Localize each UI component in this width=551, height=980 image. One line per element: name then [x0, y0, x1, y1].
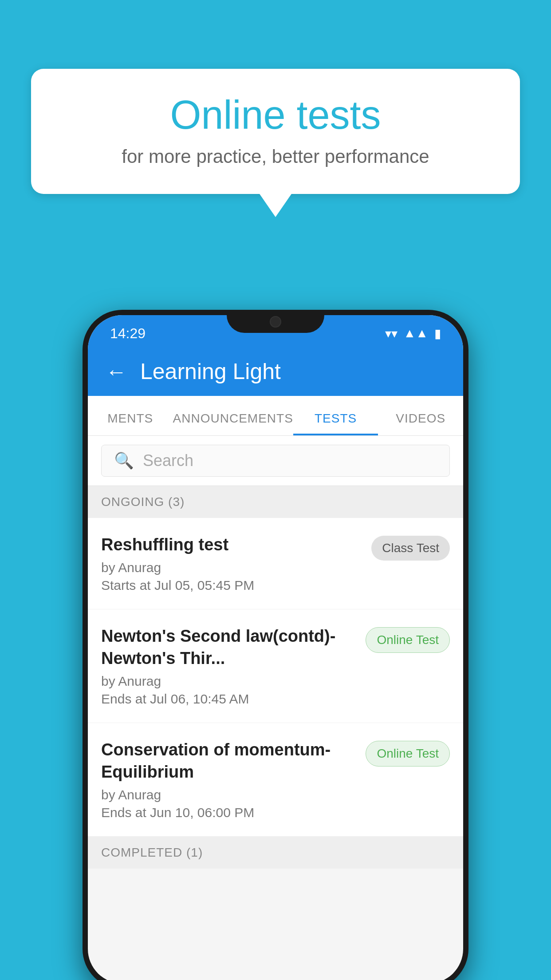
search-placeholder: Search	[143, 451, 193, 470]
section-header-ongoing: ONGOING (3)	[88, 486, 463, 518]
section-label-completed: COMPLETED (1)	[101, 846, 203, 859]
list-item[interactable]: Conservation of momentum-Equilibrium by …	[88, 723, 463, 837]
test-list: Reshuffling test by Anurag Starts at Jul…	[88, 518, 463, 837]
tab-videos[interactable]: VIDEOS	[378, 411, 463, 435]
test-date: Starts at Jul 05, 05:45 PM	[101, 578, 362, 593]
tabs-bar: MENTS ANNOUNCEMENTS TESTS VIDEOS	[88, 396, 463, 436]
tab-announcements[interactable]: ANNOUNCEMENTS	[173, 411, 293, 435]
signal-icon: ▲▲	[404, 326, 428, 340]
test-badge-class-test: Class Test	[371, 536, 450, 561]
section-label-ongoing: ONGOING (3)	[101, 495, 185, 509]
phone-camera	[270, 316, 281, 328]
test-date: Ends at Jul 06, 10:45 AM	[101, 692, 357, 707]
search-icon: 🔍	[114, 451, 134, 470]
speech-bubble: Online tests for more practice, better p…	[31, 69, 520, 194]
test-author: by Anurag	[101, 787, 357, 802]
app-title: Learning Light	[140, 359, 281, 384]
phone-screen: 14:29 ▾▾ ▲▲ ▮ ← Learning Light MENTS ANN…	[88, 315, 463, 980]
test-name: Conservation of momentum-Equilibrium	[101, 739, 357, 783]
test-info: Newton's Second law(contd)-Newton's Thir…	[101, 625, 357, 707]
test-info: Conservation of momentum-Equilibrium by …	[101, 739, 357, 820]
bubble-title: Online tests	[58, 93, 493, 137]
test-date: Ends at Jun 10, 06:00 PM	[101, 805, 357, 820]
test-author: by Anurag	[101, 560, 362, 575]
search-input[interactable]: 🔍 Search	[101, 445, 450, 477]
test-badge-online-test: Online Test	[366, 627, 450, 653]
tab-tests[interactable]: TESTS	[293, 411, 378, 435]
status-time: 14:29	[110, 325, 146, 342]
app-header: ← Learning Light	[88, 347, 463, 396]
wifi-icon: ▾▾	[385, 326, 398, 341]
test-name: Newton's Second law(contd)-Newton's Thir…	[101, 625, 357, 669]
battery-icon: ▮	[434, 326, 441, 341]
test-author: by Anurag	[101, 674, 357, 689]
back-button[interactable]: ←	[106, 360, 127, 384]
search-container: 🔍 Search	[88, 436, 463, 486]
bubble-subtitle: for more practice, better performance	[58, 146, 493, 167]
test-name: Reshuffling test	[101, 534, 362, 556]
status-icons: ▾▾ ▲▲ ▮	[385, 326, 441, 341]
section-header-completed: COMPLETED (1)	[88, 837, 463, 869]
list-item[interactable]: Newton's Second law(contd)-Newton's Thir…	[88, 609, 463, 723]
tab-ments[interactable]: MENTS	[88, 411, 173, 435]
phone-notch	[227, 310, 324, 333]
phone-frame: 14:29 ▾▾ ▲▲ ▮ ← Learning Light MENTS ANN…	[83, 310, 468, 980]
list-item[interactable]: Reshuffling test by Anurag Starts at Jul…	[88, 518, 463, 609]
test-badge-online-test-2: Online Test	[366, 741, 450, 767]
test-info: Reshuffling test by Anurag Starts at Jul…	[101, 534, 362, 593]
